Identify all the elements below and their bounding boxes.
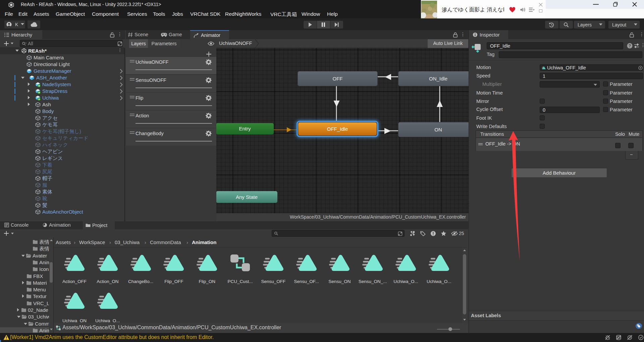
svg-text:?: ? bbox=[629, 44, 631, 48]
